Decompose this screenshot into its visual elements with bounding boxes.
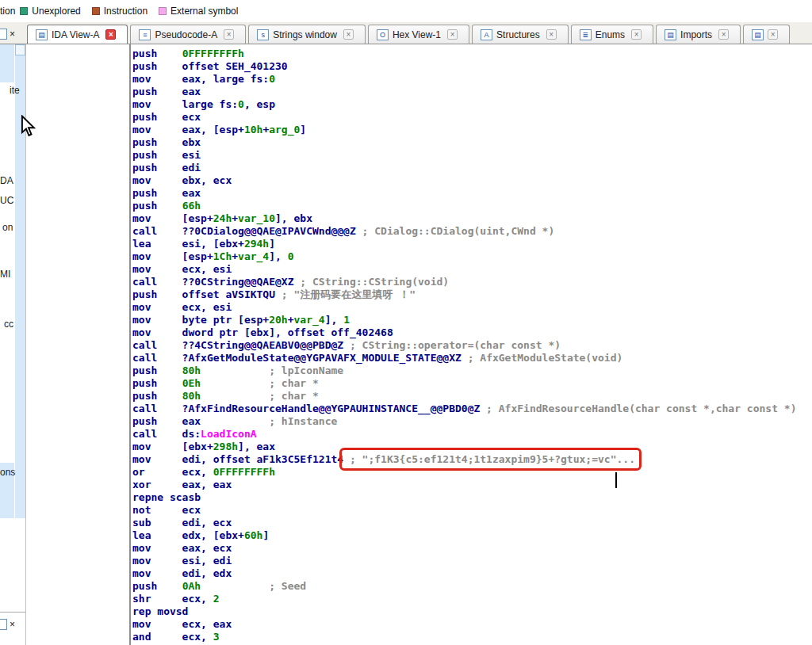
tab-bar: × ▤IDA View-A×≡Pseudocode-A×sStrings win… [0,22,812,44]
asm-line[interactable]: push esi [132,149,812,162]
asm-token: push [132,48,182,59]
asm-line[interactable]: repne scasb [132,491,812,504]
asm-line[interactable]: push 0Ah ; Seed [132,580,812,593]
asm-line[interactable]: lea esi, [ebx+294h] [132,238,812,250]
asm-line[interactable]: push offset SEH_401230 [132,60,812,73]
clipped-text: UC [0,195,13,206]
asm-line[interactable]: mov ebx, ecx [132,174,812,187]
tab-close-icon[interactable]: × [105,29,116,40]
asm-line[interactable]: mov [esp+24h+var_10], ebx [132,212,812,225]
asm-line[interactable]: mov edi, edx [132,567,812,580]
asm-line[interactable]: call ds:LoadIconA [132,428,812,441]
asm-number: 1 [343,314,350,326]
asm-line[interactable]: mov eax, large fs:0 [132,73,812,86]
disassembly-view[interactable]: push 0FFFFFFFFhpush offset SEH_401230mov… [131,44,812,645]
asm-token: not ecx [132,504,201,516]
asm-number: 10h [244,124,262,135]
asm-line[interactable]: or ecx, 0FFFFFFFFh [132,466,812,479]
asm-line[interactable]: push 80h ; lpIconName [132,364,812,377]
asm-line[interactable]: mov ecx, eax [132,618,812,631]
asm-token: shr ecx, [132,593,213,605]
tab-pseudocode-a[interactable]: ≡Pseudocode-A× [130,25,246,44]
tab-enums[interactable]: ≣Enums× [571,25,653,44]
asm-line[interactable]: push eax ; hInstance [132,415,812,428]
asm-line[interactable]: and ecx, 3 [132,631,812,643]
asm-line[interactable]: call ??0CDialog@@QAE@IPAVCWnd@@@Z ; CDia… [132,225,812,238]
asm-comment: ; CDialog::CDialog(uint,CWnd *) [356,225,554,237]
tab-ida-view-a[interactable]: ▤IDA View-A× [27,25,128,44]
asm-line[interactable]: mov eax, [esp+10h+arg_0] [132,124,812,136]
tab-label: IDA View-A [52,29,99,40]
asm-line[interactable]: not ecx [132,504,812,517]
clipped-text: ite [10,85,20,96]
asm-token: push [132,377,182,389]
asm-line[interactable]: mov byte ptr [esp+20h+var_4], 1 [132,314,812,326]
asm-line[interactable]: mov large fs:0, esp [132,98,812,111]
tab-close-icon[interactable]: × [546,29,557,40]
asm-line[interactable]: push eax [132,187,812,200]
tab-close-icon[interactable]: × [343,29,354,40]
tab-close-icon[interactable]: × [224,29,234,40]
asm-line[interactable]: push edi [132,162,812,174]
tab-close-icon[interactable]: × [768,29,778,40]
asm-line[interactable]: push eax [132,86,812,98]
asm-comment: ; Seed [269,580,306,592]
pseudocode-icon: ≡ [139,29,151,40]
asm-line[interactable]: mov dword ptr [ebx], offset off_402468 [132,326,812,339]
asm-token [201,364,269,376]
tab-close-icon[interactable]: × [718,29,729,40]
asm-number: 60h [244,529,262,541]
asm-line[interactable]: push 80h ; char * [132,390,812,403]
asm-token: repne scasb [132,491,201,503]
legend-color-swatch [159,7,167,15]
asm-line[interactable]: push ebx [132,136,812,149]
asm-token: mov ebx, ecx [132,174,232,186]
close-icon[interactable]: × [10,29,15,40]
tab-close-icon[interactable]: × [447,29,458,40]
asm-line[interactable]: mov [esp+1Ch+var_4], 0 [132,250,812,263]
tab-strings-window[interactable]: sStrings window× [248,25,366,44]
tab-imports[interactable]: ▤Imports× [656,25,741,44]
asm-line[interactable]: sub edi, ecx [132,517,812,529]
clipped-text: MI [0,269,10,280]
asm-line[interactable]: push 0FFFFFFFFh [132,48,812,60]
close-icon[interactable]: × [10,619,15,630]
asm-line[interactable]: mov ecx, esi [132,301,812,314]
asm-token: ], [325,314,343,326]
asm-token: call ??4CString@@QAEABV0@@PBD@Z [132,339,343,351]
tab-label: Imports [680,29,712,40]
asm-line[interactable]: lea edx, [ebx+60h] [132,529,812,542]
scrollbar-button[interactable] [15,44,25,55]
asm-line[interactable]: call ??0CString@@QAE@XZ ; CString::CStri… [132,276,812,288]
tab-label: Strings window [273,29,337,40]
tab-close-icon[interactable]: × [631,29,642,40]
asm-line[interactable]: shr ecx, 2 [132,593,812,605]
asm-line[interactable]: mov edi, offset aF1k3C5Ef121t4 ; ";f1K3{… [132,453,812,466]
asm-line[interactable]: mov ecx, esi [132,263,812,276]
asm-comment: ; char * [269,390,319,402]
asm-line[interactable]: push ecx [132,111,812,124]
asm-line[interactable]: xor eax, eax [132,479,812,491]
asm-line[interactable]: push offset aVSIKTQU ; "注册码要在这里填呀 ！" [132,288,812,301]
asm-token: call ??0CString@@QAE@XZ [132,276,294,288]
asm-token: sub edi, ecx [132,517,232,529]
asm-line[interactable]: mov eax, ecx [132,542,812,555]
asm-line[interactable]: rep movsd [132,605,812,618]
asm-line[interactable]: push 66h [132,200,812,212]
tab-structures[interactable]: AStructures× [472,25,569,44]
asm-number: 0 [269,73,275,85]
asm-number: 0Ah [182,580,201,592]
asm-line[interactable]: call ?AfxGetModuleState@@YGPAVAFX_MODULE… [132,352,812,364]
asm-line[interactable]: push 0Eh ; char * [132,377,812,390]
asm-token: push [132,200,182,212]
asm-token: push ebx [132,136,201,148]
asm-line[interactable]: call ??4CString@@QAEABV0@@PBD@Z ; CStrin… [132,339,812,352]
asm-line[interactable]: call ?AfxFindResourceHandle@@YGPAUHINSTA… [132,403,812,415]
tab-hex-view-1[interactable]: OHex View-1× [368,25,469,44]
asm-token: call ?AfxFindResourceHandle@@YGPAUHINSTA… [132,403,480,414]
tab-clipped[interactable]: ▤× [743,25,790,44]
asm-line[interactable]: mov [ebx+298h], eax [132,441,812,453]
asm-line[interactable]: mov esi, edi [132,555,812,567]
asm-number: 24h [213,212,232,224]
clipped-panel-icon [0,619,7,630]
